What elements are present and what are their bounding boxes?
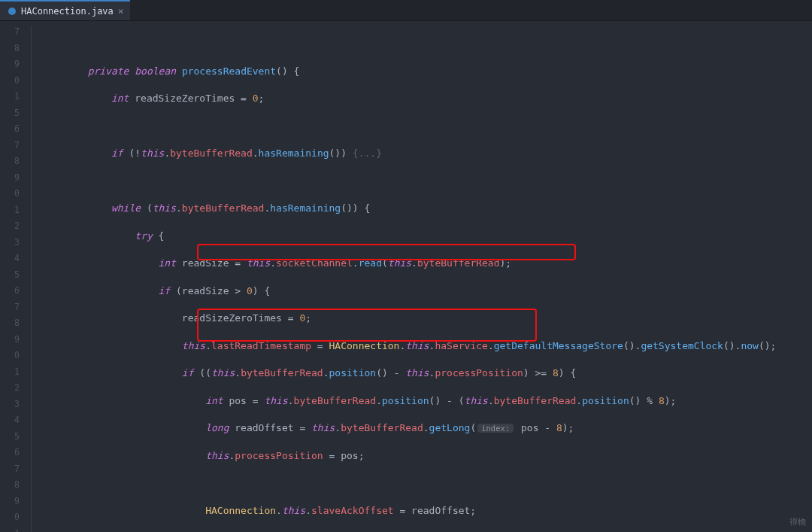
code-line: if ((this.byteBufferRead.position() - th… xyxy=(41,365,812,382)
code-line xyxy=(41,35,812,52)
code-line xyxy=(41,118,812,135)
line-number: 7 xyxy=(0,138,24,154)
code-line: if (!this.byteBufferRead.hasRemaining())… xyxy=(41,145,812,162)
line-number: 1 xyxy=(0,202,24,219)
code-editor[interactable]: 7 8 9 0 1 5 6 7 8 9 0 1 2 3 4 5 6 7 8 9 … xyxy=(0,21,812,532)
line-number: 8 xyxy=(0,154,24,170)
code-line: readSizeZeroTimes = 0; xyxy=(41,310,812,327)
svg-point-0 xyxy=(8,8,16,15)
line-number: 2 xyxy=(0,380,24,397)
line-number: 3 xyxy=(0,235,24,251)
line-number: 5 xyxy=(0,429,24,445)
line-number: 0 xyxy=(0,509,24,526)
line-number: 0 xyxy=(0,186,24,202)
code-line: int readSize = this.socketChannel.read(t… xyxy=(41,255,812,272)
code-line: this.processPosition = pos; xyxy=(41,448,812,464)
line-number: 1 xyxy=(0,89,24,105)
line-number: 4 xyxy=(0,412,24,429)
line-number: 6 xyxy=(0,121,24,138)
line-number: 8 xyxy=(0,315,24,332)
line-number: 5 xyxy=(0,105,24,122)
line-number: 7 xyxy=(0,299,24,316)
line-number-gutter: 7 8 9 0 1 5 6 7 8 9 0 1 2 3 4 5 6 7 8 9 … xyxy=(0,21,24,532)
line-number: 9 xyxy=(0,494,24,510)
code-area[interactable]: private boolean processReadEvent() { int… xyxy=(41,21,812,532)
line-number: 9 xyxy=(0,170,24,187)
watermark: 得物 xyxy=(789,516,806,527)
line-number: 7 xyxy=(0,461,24,478)
line-number: 4 xyxy=(0,251,24,267)
code-line: long readOffset = this.byteBufferRead.ge… xyxy=(41,420,812,436)
line-number: 1 xyxy=(0,526,24,533)
code-line: this.lastReadTimestamp = HAConnection.th… xyxy=(41,338,812,354)
line-number: 5 xyxy=(0,267,24,284)
code-line: int readSizeZeroTimes = 0; xyxy=(41,90,812,107)
code-line: private boolean processReadEvent() { xyxy=(41,63,812,80)
fold-column xyxy=(24,21,41,532)
line-number: 6 xyxy=(0,283,24,299)
line-number: 7 xyxy=(0,24,24,41)
code-line: try { xyxy=(41,228,812,245)
tab-filename: HAConnection.java xyxy=(21,6,114,17)
code-line: HAConnection.this.slaveAckOffset = readO… xyxy=(41,503,812,519)
code-line: if (readSize > 0) { xyxy=(41,283,812,299)
code-line: int pos = this.byteBufferRead.position()… xyxy=(41,393,812,409)
parameter-hint: index: xyxy=(477,424,514,433)
line-number: 0 xyxy=(0,73,24,90)
line-number: 3 xyxy=(0,397,24,413)
line-number: 8 xyxy=(0,477,24,494)
line-number: 2 xyxy=(0,218,24,235)
tab-bar: HAConnection.java × xyxy=(0,0,812,21)
line-number: 1 xyxy=(0,364,24,381)
close-icon[interactable]: × xyxy=(118,6,124,16)
code-line xyxy=(41,173,812,190)
line-number: 9 xyxy=(0,332,24,348)
line-number: 0 xyxy=(0,348,24,364)
line-number: 9 xyxy=(0,56,24,73)
code-line: while (this.byteBufferRead.hasRemaining(… xyxy=(41,200,812,217)
line-number: 6 xyxy=(0,445,24,461)
code-line xyxy=(41,475,812,491)
line-number: 8 xyxy=(0,41,24,57)
java-file-icon xyxy=(8,7,17,16)
file-tab[interactable]: HAConnection.java × xyxy=(0,0,130,20)
